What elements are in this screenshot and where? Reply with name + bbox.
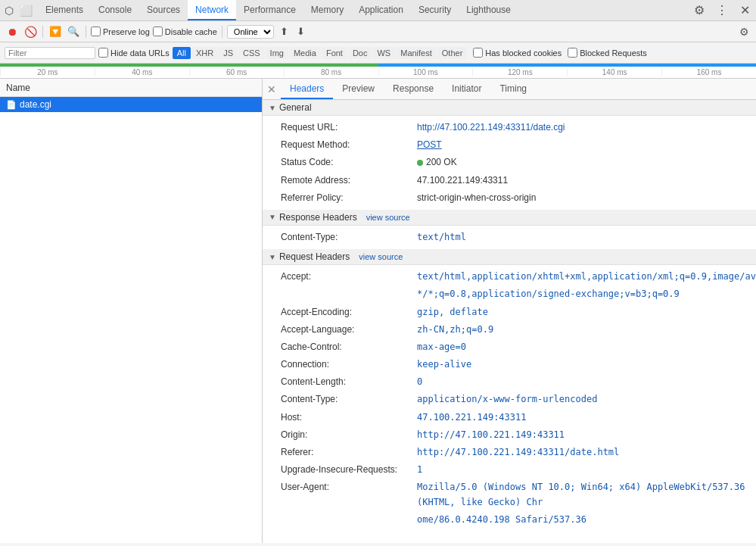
filter-js[interactable]: JS	[219, 47, 238, 59]
origin-value: http://47.100.221.149:43311	[417, 428, 565, 442]
tab-performance[interactable]: Performance	[236, 0, 303, 20]
request-headers-content: Accept: text/html,application/xhtml+xml,…	[263, 265, 756, 532]
filter-all[interactable]: All	[173, 47, 191, 59]
preserve-log-label[interactable]: Preserve log	[91, 27, 150, 36]
accept-row-cont: */*;q=0.8,application/signed-exchange;v=…	[263, 285, 756, 303]
accept-encoding-label: Accept-Encoding:	[281, 305, 417, 320]
origin-label: Origin:	[281, 428, 417, 442]
disable-cache-text: Disable cache	[165, 27, 217, 36]
filter-ws[interactable]: WS	[372, 47, 395, 59]
filter-other[interactable]: Other	[437, 47, 468, 59]
request-method-label: Request Method:	[281, 138, 417, 152]
left-panel: Name 📄 date.cgi	[0, 79, 263, 543]
tab-console[interactable]: Console	[91, 0, 139, 20]
blocked-requests-label[interactable]: Blocked Requests	[568, 48, 647, 58]
device-icon[interactable]: ⬜	[20, 5, 32, 17]
network-toolbar: ⏺ 🚫 🔽 🔍 Preserve log Disable cache Onlin…	[0, 21, 756, 42]
filter-manifest[interactable]: Manifest	[396, 47, 437, 59]
general-section-content: Request URL: http://47.100.221.149:43311…	[263, 116, 756, 210]
tab-timing[interactable]: Timing	[490, 79, 536, 99]
tab-headers[interactable]: Headers	[281, 79, 333, 99]
filter-input[interactable]	[5, 47, 95, 59]
user-agent-cont-value: ome/86.0.4240.198 Safari/537.36	[417, 513, 586, 527]
main-area: Name 📄 date.cgi ✕ Headers Preview Respon…	[0, 79, 756, 543]
timeline-ticks: 20 ms 40 ms 60 ms 80 ms 100 ms 120 ms 14…	[0, 65, 756, 76]
request-url-value[interactable]: http://47.100.221.149:43311/date.cgi	[417, 120, 565, 135]
throttle-select[interactable]: Online	[227, 25, 274, 39]
file-item-date-cgi[interactable]: 📄 date.cgi	[0, 97, 262, 112]
content-type-value: application/x-www-form-urlencoded	[417, 392, 597, 407]
close-devtools-icon[interactable]: ✕	[736, 2, 753, 19]
import-button[interactable]: ⬆	[277, 24, 292, 39]
clear-button[interactable]: 🚫	[23, 24, 38, 39]
filter-css[interactable]: CSS	[238, 47, 265, 59]
tab-lighthouse[interactable]: Lighthouse	[459, 0, 518, 20]
preserve-log-checkbox[interactable]	[91, 27, 101, 36]
inspect-icon[interactable]: ⬡	[3, 5, 15, 17]
settings-icon[interactable]: ⚙	[691, 2, 708, 19]
close-details-button[interactable]: ✕	[263, 83, 281, 95]
tab-initiator[interactable]: Initiator	[443, 79, 490, 99]
disable-cache-label[interactable]: Disable cache	[153, 27, 217, 36]
filter-doc[interactable]: Doc	[348, 47, 372, 59]
filter-img[interactable]: Img	[266, 47, 288, 59]
response-headers-view-source[interactable]: view source	[366, 213, 410, 222]
request-method-row: Request Method: POST	[263, 136, 756, 154]
connection-label: Connection:	[281, 357, 417, 372]
user-agent-label: User-Agent:	[281, 480, 417, 509]
accept-label: Accept:	[281, 270, 417, 284]
tab-sources[interactable]: Sources	[139, 0, 188, 20]
tab-elements[interactable]: Elements	[38, 0, 91, 20]
general-section-header[interactable]: ▼ General	[263, 100, 756, 116]
accept-encoding-value: gzip, deflate	[417, 305, 488, 320]
filter-font[interactable]: Font	[322, 47, 347, 59]
cache-control-label: Cache-Control:	[281, 340, 417, 354]
response-headers-title: Response Headers	[279, 212, 357, 223]
more-options-icon[interactable]: ⋮	[714, 2, 730, 19]
filter-icon[interactable]: 🔽	[48, 24, 63, 39]
filter-media[interactable]: Media	[289, 47, 321, 59]
timeline-progress-green	[0, 64, 378, 67]
right-tabs: ✕ Headers Preview Response Initiator Tim…	[263, 79, 756, 100]
response-headers-section-header[interactable]: ▼ Response Headers view source	[263, 210, 756, 226]
tab-security[interactable]: Security	[411, 0, 459, 20]
accept-value-cont: */*;q=0.8,application/signed-exchange;v=…	[417, 287, 680, 301]
request-headers-view-source[interactable]: view source	[359, 252, 403, 261]
file-icon: 📄	[6, 100, 17, 110]
general-arrow-icon: ▼	[269, 104, 276, 112]
search-icon[interactable]: 🔍	[66, 24, 81, 39]
hide-data-urls-checkbox[interactable]	[98, 48, 108, 58]
tick-7: 140 ms	[567, 68, 661, 76]
request-headers-title: Request Headers	[279, 251, 350, 262]
file-list: 📄 date.cgi	[0, 97, 262, 543]
record-button[interactable]: ⏺	[5, 24, 20, 39]
request-headers-section-header[interactable]: ▼ Request Headers view source	[263, 249, 756, 265]
connection-row: Connection: keep-alive	[263, 356, 756, 373]
tab-application[interactable]: Application	[351, 0, 411, 20]
has-blocked-cookies-checkbox[interactable]	[473, 48, 483, 58]
remote-address-value: 47.100.221.149:43311	[417, 173, 508, 188]
export-button[interactable]: ⬇	[294, 24, 309, 39]
tab-memory[interactable]: Memory	[303, 0, 351, 20]
tab-response[interactable]: Response	[384, 79, 443, 99]
tab-preview[interactable]: Preview	[333, 79, 384, 99]
disable-cache-checkbox[interactable]	[153, 27, 163, 36]
left-panel-header: Name	[0, 79, 262, 97]
user-agent-row: User-Agent: Mozilla/5.0 (Windows NT 10.0…	[263, 479, 756, 510]
origin-row: Origin: http://47.100.221.149:43311	[263, 426, 756, 444]
network-settings-button[interactable]: ⚙	[736, 24, 751, 39]
filter-xhr[interactable]: XHR	[191, 47, 218, 59]
tab-network[interactable]: Network	[188, 0, 236, 20]
file-name: date.cgi	[20, 99, 51, 110]
upgrade-insecure-value: 1	[417, 463, 422, 477]
host-value: 47.100.221.149:43311	[417, 410, 527, 425]
accept-label-cont	[281, 287, 417, 301]
host-label: Host:	[281, 410, 417, 425]
referer-row: Referer: http://47.100.221.149:43311/dat…	[263, 444, 756, 461]
status-code-value: 200 OK	[417, 155, 457, 170]
hide-data-urls-label[interactable]: Hide data URLs	[98, 48, 170, 58]
accept-language-label: Accept-Language:	[281, 323, 417, 337]
tick-5: 100 ms	[378, 68, 473, 76]
has-blocked-cookies-label[interactable]: Has blocked cookies	[473, 48, 562, 58]
blocked-requests-checkbox[interactable]	[568, 48, 577, 58]
